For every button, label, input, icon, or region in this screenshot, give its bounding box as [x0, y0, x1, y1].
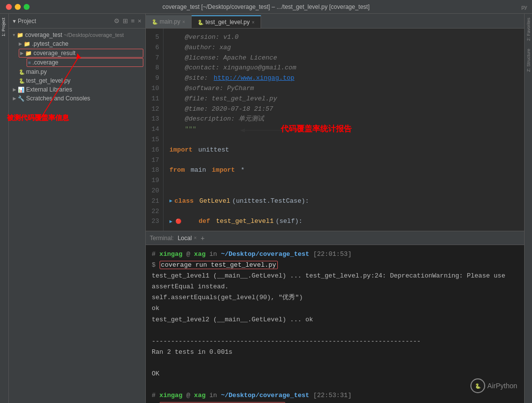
local-label: Local	[178, 235, 192, 242]
external-libs-icon: 📊	[18, 87, 25, 93]
code-line-8: @contact: xinganguo@gmail.com	[169, 63, 526, 73]
tree-item-main-py[interactable]: 🐍 main.py	[9, 67, 145, 76]
tree-item-test-get-level[interactable]: 🐍 test_get_level.py	[9, 76, 145, 85]
project-header-left: ▾ Project	[13, 18, 36, 25]
terminal-tab-label: Terminal:	[150, 235, 174, 242]
tab-main-py-label: main.py	[160, 18, 180, 25]
external-libs-label: External Libraries	[26, 86, 72, 93]
close-panel-icon[interactable]: ×	[137, 17, 141, 25]
file-icon: 🐍	[19, 78, 25, 84]
code-area[interactable]: @version: v1.0 @author: xag @license: Ap…	[164, 29, 532, 231]
editor-tabs: 🐍 main.py × 🐍 test_get_level.py ×	[146, 14, 532, 29]
tree-item-scratches[interactable]: ▶ 🔧 Scratches and Consoles	[9, 94, 145, 103]
root-label: coverage_test	[25, 31, 62, 38]
arrow-icon: ▶	[13, 87, 16, 92]
editor-area: 56789 1011121314 1516171819 20212223 @ve…	[146, 29, 532, 231]
test-get-level-label: test_get_level.py	[26, 77, 70, 84]
tab-test-get-level[interactable]: 🐍 test_get_level.py ×	[192, 15, 261, 28]
close-button[interactable]	[6, 4, 12, 10]
settings-icon[interactable]: ≡	[131, 17, 135, 25]
local-tab-close[interactable]: ×	[194, 235, 197, 241]
tab-main-py[interactable]: 🐍 main.py ×	[146, 15, 192, 28]
sidebar-item-project[interactable]: 1: Project	[0, 14, 8, 40]
code-line-13: @description: 单元测试	[169, 114, 526, 124]
titlebar: coverage_test [~/Desktop/coverage_test] …	[0, 0, 532, 14]
terminal-add-button[interactable]: +	[200, 234, 204, 242]
code-line-20	[169, 186, 526, 196]
sidebar-item-favorites[interactable]: 2: Favorites	[526, 14, 532, 45]
coverage-result-label: coverage_result	[33, 50, 75, 57]
code-line-18: from main import *	[169, 165, 526, 176]
terminal-output-3: ok	[152, 303, 526, 314]
code-line-5: @version: v1.0	[169, 32, 526, 43]
gear-icon[interactable]: ⚙	[114, 17, 120, 25]
code-line-14: """	[169, 124, 526, 135]
terminal-ran: Ran 2 tests in 0.001s	[152, 347, 526, 358]
project-panel: ▾ Project ⚙ ⊞ ≡ × ▾ 📁 coverage_test ~/De…	[9, 14, 146, 403]
terminal-separator: ----------------------------------------…	[152, 336, 526, 347]
terminal-session-1-command: $ coverage run test_get_level.py	[152, 260, 526, 271]
terminal-tabs: Terminal: Local × +	[146, 231, 532, 245]
file-tree: ▾ 📁 coverage_test ~/Desktop/coverage_tes…	[9, 29, 145, 403]
tab-test-label: test_get_level.py	[205, 19, 250, 26]
tab-test-close[interactable]: ×	[252, 20, 255, 25]
code-line-9: @site: http://www.xingag.top	[169, 73, 526, 84]
code-line-21: ▶class GetLevel(unittest.TestCase):	[169, 196, 526, 207]
tree-root[interactable]: ▾ 📁 coverage_test ~/Desktop/coverage_tes…	[9, 31, 145, 39]
code-line-11: @file: test_get_level.py	[169, 94, 526, 104]
code-line-22	[169, 207, 526, 217]
watermark-icon: 🐍	[470, 378, 485, 393]
project-dropdown-icon[interactable]: ▾	[13, 18, 16, 25]
code-line-7: @license: Apache Licence	[169, 53, 526, 63]
arrow-icon: ▶	[13, 96, 16, 101]
right-side-tabs: 2: Favorites Z: Structure	[524, 14, 532, 403]
tree-item-external-libs[interactable]: ▶ 📊 External Libraries	[9, 85, 145, 94]
terminal-tab-local[interactable]: Local ×	[178, 235, 197, 242]
tree-item-coverage-result[interactable]: ▶ 📁 coverage_result	[19, 49, 143, 58]
line-numbers: 56789 1011121314 1516171819 20212223	[146, 29, 164, 231]
file-icon: ≡	[28, 60, 31, 65]
main-container: 1: Project ▾ Project ⚙ ⊞ ≡ × ▾ 📁 coverag…	[0, 14, 532, 403]
app-logo: py	[521, 4, 527, 10]
folder-icon: 📁	[25, 50, 32, 57]
tab-main-py-close[interactable]: ×	[182, 19, 185, 25]
maximize-button[interactable]	[24, 4, 30, 10]
window-controls	[6, 4, 30, 10]
tree-item-coverage[interactable]: ≡ .coverage	[27, 58, 143, 67]
right-area: 🐍 main.py × 🐍 test_get_level.py × 56789 …	[146, 14, 532, 403]
code-line-15	[169, 135, 526, 145]
terminal-label: Terminal:	[150, 235, 174, 242]
terminal-output-1: test_get_level1 (__main__.GetLevel) ... …	[152, 271, 526, 292]
watermark-text: AirPython	[487, 382, 517, 390]
minimize-button[interactable]	[15, 4, 21, 10]
tree-item-pytest-cache[interactable]: ▶ 📁 .pytest_cache	[9, 39, 145, 48]
terminal-ok: OK	[152, 369, 526, 379]
terminal-session-1-prompt: # xingag @ xag in ~/Desktop/coverage_tes…	[152, 249, 526, 260]
terminal-blank	[152, 358, 526, 369]
arrow-icon: ▶	[19, 41, 22, 46]
folder-icon: 📁	[17, 32, 24, 38]
tab-main-py-icon: 🐍	[152, 19, 158, 25]
terminal-session-2-prompt: # xingag @ xag in ~/Desktop/coverage_tes…	[152, 390, 526, 401]
arrow-icon: ▶	[20, 51, 24, 56]
project-label: Project	[18, 18, 36, 25]
pytest-cache-label: .pytest_cache	[32, 40, 68, 47]
terminal-output-4: test_get_level2 (__main__.GetLevel) ... …	[152, 314, 526, 325]
terminal-output-5	[152, 325, 526, 336]
scratches-icon: 🔧	[18, 95, 25, 102]
sidebar-item-structure[interactable]: Z: Structure	[526, 45, 532, 76]
project-header-icons: ⚙ ⊞ ≡ ×	[114, 17, 141, 25]
expand-icon[interactable]: ⊞	[123, 17, 128, 25]
arrow-icon: ▾	[13, 32, 15, 37]
file-icon: 🐍	[19, 69, 25, 75]
terminal-output-2: self.assertEquals(get_level(90), "优秀")	[152, 292, 526, 303]
code-line-6: @author: xag	[169, 43, 526, 53]
coverage-label: .coverage	[33, 59, 59, 66]
left-side-tabs: 1: Project	[0, 14, 9, 403]
terminal-area: Terminal: Local × + # xingag @ xag in ~/…	[146, 231, 532, 403]
project-header: ▾ Project ⚙ ⊞ ≡ ×	[9, 14, 145, 29]
main-py-label: main.py	[26, 68, 47, 75]
watermark: 🐍 AirPython	[470, 378, 517, 393]
terminal-session-2-command: $ coverage html -d coverage_result	[152, 401, 526, 403]
code-line-17	[169, 155, 526, 166]
